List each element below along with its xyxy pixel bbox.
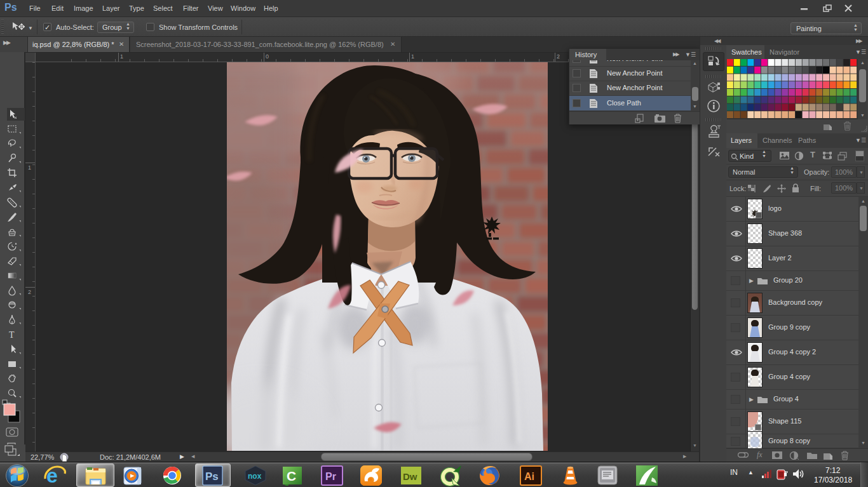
svg-text:1: 1: [28, 164, 31, 171]
svg-text:Pr: Pr: [325, 471, 336, 482]
svg-text:T: T: [9, 330, 15, 340]
svg-text:Ai: Ai: [524, 471, 534, 482]
svg-text:Ps: Ps: [205, 470, 219, 483]
svg-text:1: 1: [411, 53, 414, 60]
svg-text:0: 0: [266, 53, 269, 60]
svg-text:2: 2: [28, 289, 31, 295]
svg-text:nox: nox: [248, 472, 262, 481]
svg-text:Dw: Dw: [403, 471, 417, 482]
svg-text:C: C: [287, 469, 296, 483]
svg-text:1: 1: [120, 53, 123, 60]
svg-text:2: 2: [557, 53, 560, 60]
